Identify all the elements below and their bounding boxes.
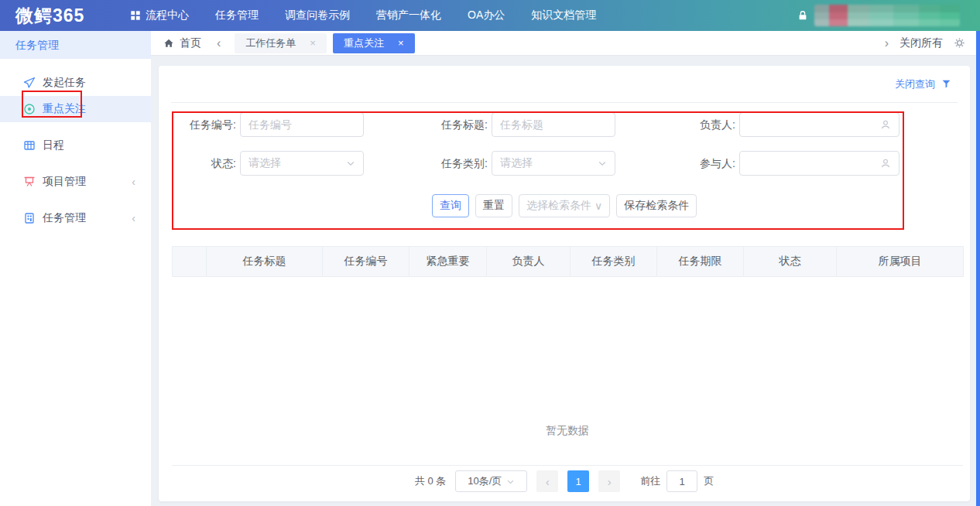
sidebar-title: 任务管理 [0,31,151,59]
tab-bar: 首页 ‹ 工作任务单 × 重点关注 × › 关闭所有 [151,31,976,56]
sidebar-item-label: 发起任务 [43,76,86,90]
nav-item-label: 流程中心 [146,9,189,22]
nav-item-marketing[interactable]: 营销产一体化 [376,9,441,22]
task-number-input-field[interactable] [248,118,355,131]
participant-input-field[interactable] [748,157,875,169]
tab-work-task-list[interactable]: 工作任务单 × [235,33,327,53]
scrollbar-strip[interactable] [976,31,980,506]
task-category-select-placeholder: 请选择 [500,156,593,170]
sidebar-item-label: 重点关注 [43,102,86,116]
tab-scroll-right-icon[interactable]: › [885,37,889,50]
goto-page-input[interactable] [666,470,697,492]
gear-icon[interactable] [954,37,965,49]
prev-page-button[interactable]: ‹ [536,470,558,492]
page-number-1[interactable]: 1 [567,470,589,492]
owner-input[interactable] [739,112,899,137]
lock-icon [797,10,808,21]
funnel-icon[interactable] [941,79,951,89]
reset-button[interactable]: 重置 [475,194,512,217]
home-icon [163,38,174,49]
filter-header: 关闭查询 [171,66,958,103]
chevron-down-icon [346,159,355,168]
select-saved-criteria-dropdown[interactable]: 选择检索条件 ∨ [519,194,610,217]
table-header-row: 任务标题 任务编号 紧急重要 负责人 任务类别 任务期限 状态 所属项目 [173,247,964,277]
chevron-down-icon [598,159,607,168]
calendar-grid-icon [23,139,36,152]
close-all-button[interactable]: 关闭所有 [899,36,943,50]
nav-item-task-mgmt[interactable]: 任务管理 [215,9,259,22]
sidebar-item-label: 日程 [43,138,64,152]
owner-input-field[interactable] [748,118,875,131]
field-label-task-number: 任务编号: [159,112,236,137]
status-select-placeholder: 请选择 [248,156,341,170]
sidebar: 任务管理 发起任务 重点关注 日程 项目管理 ‹ [0,31,151,506]
nav-item-knowledge-docs[interactable]: 知识文档管理 [531,9,596,22]
task-category-select[interactable]: 请选择 [492,151,615,176]
column-header-owner: 负责人 [487,247,571,277]
sidebar-item-schedule[interactable]: 日程 [0,132,151,159]
nav-item-process-center[interactable]: 流程中心 [130,9,189,22]
top-navbar: 微鳄365 流程中心 任务管理 调查问卷示例 营销产一体化 OA办公 知识文档管… [0,0,980,31]
field-label-task-title: 任务标题: [410,112,488,137]
close-query-toggle[interactable]: 关闭查询 [895,77,935,91]
status-select[interactable]: 请选择 [240,151,364,176]
field-label-task-category: 任务类别: [410,151,488,176]
search-button[interactable]: 查询 [432,194,469,217]
tab-home[interactable]: 首页 [163,36,201,50]
redacted-username [814,5,960,26]
filter-form: 任务编号: 任务标题: 负责人: 状态: 请选择 [159,103,970,230]
field-label-owner: 负责人: [658,112,735,137]
target-icon [23,103,36,115]
pagination: 共 0 条 10条/页 ‹ 1 › 前往 页 [159,470,970,492]
empty-state-text: 暂无数据 [546,424,589,438]
nav-item-oa-office[interactable]: OA办公 [468,9,505,22]
close-icon[interactable]: × [310,37,316,49]
field-label-status: 状态: [159,151,236,176]
nav-item-label: OA办公 [468,9,505,22]
page-size-select[interactable]: 10条/页 [455,470,527,492]
sidebar-item-key-focus[interactable]: 重点关注 [0,96,151,122]
tab-label: 工作任务单 [245,36,296,50]
grid-icon [130,10,141,21]
chevron-down-icon [506,477,515,486]
nav-item-label: 任务管理 [215,9,259,22]
nav-item-label: 调查问卷示例 [285,9,350,22]
close-icon[interactable]: × [398,37,404,49]
column-header-select [173,247,207,277]
select-saved-criteria-label: 选择检索条件 [526,199,591,213]
person-icon [880,158,891,169]
task-title-input-field[interactable] [500,118,607,131]
goto-page-group: 前往 页 [640,470,714,492]
sidebar-item-task-mgmt[interactable]: 任务管理 ‹ [0,205,151,231]
chevron-left-icon: ‹ [132,176,135,188]
column-header-task-deadline: 任务期限 [657,247,744,277]
nav-item-label: 营销产一体化 [376,9,441,22]
app-window: 微鳄365 流程中心 任务管理 调查问卷示例 营销产一体化 OA办公 知识文档管… [0,0,980,506]
user-area[interactable] [797,5,960,26]
paper-plane-icon [23,77,36,89]
next-page-button[interactable]: › [598,470,620,492]
nav-item-label: 知识文档管理 [531,9,596,22]
sidebar-item-label: 任务管理 [43,211,86,225]
tab-home-label: 首页 [180,36,201,50]
sidebar-item-project-mgmt[interactable]: 项目管理 ‹ [0,169,151,195]
filter-buttons: 查询 重置 选择检索条件 ∨ 保存检索条件 [159,194,970,217]
table-empty-body: 暂无数据 [172,277,963,466]
sidebar-item-label: 项目管理 [43,175,86,189]
task-title-input[interactable] [492,112,615,137]
main-nav: 流程中心 任务管理 调查问卷示例 营销产一体化 OA办公 知识文档管理 [130,9,596,22]
column-header-urgent-important: 紧急重要 [409,247,487,277]
tab-key-focus[interactable]: 重点关注 × [333,33,415,53]
participant-input[interactable] [739,151,899,176]
tab-label: 重点关注 [344,36,384,50]
sidebar-item-start-task[interactable]: 发起任务 [0,70,151,96]
nav-item-survey-demo[interactable]: 调查问卷示例 [285,9,350,22]
task-number-input[interactable] [240,112,364,137]
total-count-label: 共 0 条 [415,474,446,488]
tab-scroll-left-icon[interactable]: ‹ [217,37,221,50]
chevron-down-icon: ∨ [595,200,602,212]
column-header-task-category: 任务类别 [571,247,657,277]
column-header-task-title: 任务标题 [207,247,323,277]
save-criteria-button[interactable]: 保存检索条件 [616,194,697,217]
page-size-label: 10条/页 [468,474,502,488]
